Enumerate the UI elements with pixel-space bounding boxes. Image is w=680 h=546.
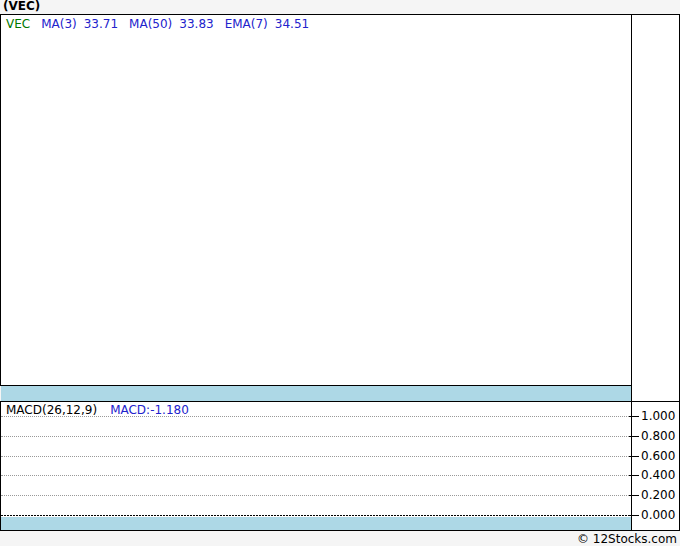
macd-axis-label: 0.600 xyxy=(641,450,678,463)
macd-axis-label: 1.000 xyxy=(641,410,678,423)
price-chart-panel xyxy=(0,14,632,386)
legend-ma50-value: 33.83 xyxy=(179,17,213,31)
ticker-title: (VEC) xyxy=(3,0,40,14)
macd-gridline xyxy=(1,495,631,496)
axis-tick xyxy=(629,515,639,516)
macd-zero-line xyxy=(1,515,631,516)
macd-axis-label: 0.000 xyxy=(641,509,678,522)
watermark: © 12Stocks.com xyxy=(577,532,677,546)
price-chart-legend: VECMA(3)33.71MA(50)33.83EMA(7)34.51 xyxy=(6,17,320,31)
divider-band-top xyxy=(1,386,631,401)
macd-gridline xyxy=(1,456,631,457)
axis-panel-divider xyxy=(631,401,680,402)
macd-chart-panel xyxy=(0,401,632,531)
axis-tick xyxy=(629,475,639,476)
macd-axis-label: 0.400 xyxy=(641,469,678,482)
axis-tick xyxy=(629,416,639,417)
stock-chart-page: (VEC) VECMA(3)33.71MA(50)33.83EMA(7)34.5… xyxy=(0,0,680,546)
macd-gridline xyxy=(1,416,631,417)
legend-ema7-label: EMA(7) xyxy=(225,17,268,31)
macd-legend: MACD(26,12,9)MACD:-1.180 xyxy=(6,403,189,417)
legend-ma3-value: 33.71 xyxy=(84,17,118,31)
macd-axis-label: 0.200 xyxy=(641,489,678,502)
axis-tick xyxy=(629,436,639,437)
macd-params-label: MACD(26,12,9) xyxy=(6,403,97,417)
macd-gridline xyxy=(1,475,631,476)
macd-gridline xyxy=(1,436,631,437)
legend-symbol: VEC xyxy=(6,17,30,31)
legend-ema7-value: 34.51 xyxy=(275,17,309,31)
macd-axis-label: 0.800 xyxy=(641,430,678,443)
divider-band-bottom xyxy=(1,517,631,530)
axis-tick xyxy=(629,495,639,496)
legend-ma3-label: MA(3) xyxy=(41,17,77,31)
axis-tick xyxy=(629,456,639,457)
legend-ma50-label: MA(50) xyxy=(129,17,172,31)
macd-value: MACD:-1.180 xyxy=(110,403,189,417)
